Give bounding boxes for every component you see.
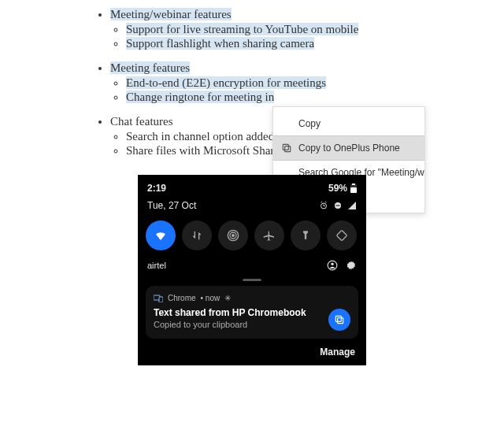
list-item: Search in channel option added [126, 130, 274, 143]
group2-sublist: End-to-end (E2E) encryption for meetings… [110, 76, 488, 104]
svg-rect-3 [350, 187, 357, 193]
group2-title: Meeting features [110, 61, 190, 74]
notification-title: Text shared from HP Chromebook [154, 307, 350, 318]
notification-header: Chrome • now ✳ [154, 294, 350, 302]
menu-copy[interactable]: Copy [273, 112, 424, 135]
status-bar: 2:19 59% [146, 181, 358, 198]
notification-time: • now [201, 294, 220, 302]
group3-title: Chat features [110, 115, 173, 128]
svg-rect-1 [283, 144, 288, 150]
battery-icon [350, 183, 357, 193]
svg-rect-7 [336, 206, 340, 206]
group1-sublist: Support for live streaming to YouTube on… [110, 23, 488, 50]
alarm-icon [319, 201, 328, 210]
menu-copy-to-phone-label: Copy to OnePlus Phone [298, 143, 400, 154]
list-item: Change ringtone for meeting in [126, 91, 274, 103]
notification-copy-button[interactable] [328, 309, 350, 331]
drag-handle[interactable] [243, 279, 261, 281]
date-row: Tue, 27 Oct [146, 198, 358, 220]
list-item: Support flashlight when sharing camera [126, 37, 314, 50]
quick-settings-row [146, 220, 358, 258]
dnd-icon [333, 201, 343, 210]
svg-rect-17 [338, 318, 343, 324]
notification-card[interactable]: Chrome • now ✳ Text shared from HP Chrom… [146, 286, 358, 339]
svg-point-13 [331, 263, 334, 266]
phone-screenshot: 2:19 59% Tue, 27 Oct [138, 175, 366, 365]
svg-rect-0 [285, 146, 291, 152]
svg-rect-18 [335, 316, 341, 321]
qs-data-tile[interactable] [182, 220, 212, 250]
devices-icon [154, 295, 163, 302]
list-item: Share files with Microsoft Shar [126, 144, 274, 157]
svg-point-8 [232, 235, 235, 237]
copy-icon [281, 143, 292, 154]
qs-airplane-tile[interactable] [254, 220, 284, 250]
carrier-name: airtel [147, 261, 166, 270]
svg-rect-11 [336, 230, 346, 240]
svg-rect-16 [159, 297, 163, 302]
signal-icon [347, 201, 357, 210]
list-item: End-to-end (E2E) encryption for meetings [126, 76, 326, 89]
notification-app: Chrome [168, 294, 196, 302]
group1-title: Meeting/webinar features [110, 8, 232, 20]
qs-flashlight-tile[interactable] [291, 220, 321, 250]
user-icon[interactable] [327, 260, 338, 271]
svg-rect-4 [352, 183, 355, 185]
menu-copy-to-phone[interactable]: Copy to OnePlus Phone [273, 135, 424, 161]
qs-wifi-tile[interactable] [146, 220, 176, 250]
gear-icon[interactable] [346, 260, 357, 271]
manage-button[interactable]: Manage [146, 339, 358, 358]
carrier-row: airtel [146, 258, 358, 277]
status-time: 2:19 [147, 183, 166, 194]
list-item: Support for live streaming to YouTube on… [126, 23, 358, 35]
notification-subtitle: Copied to your clipboard [154, 320, 350, 329]
qs-hotspot-tile[interactable] [218, 220, 248, 250]
qs-rotate-tile[interactable] [327, 220, 357, 250]
status-battery: 59% [328, 183, 347, 194]
sparkle-icon: ✳ [224, 294, 231, 302]
status-date: Tue, 27 Oct [147, 200, 196, 211]
